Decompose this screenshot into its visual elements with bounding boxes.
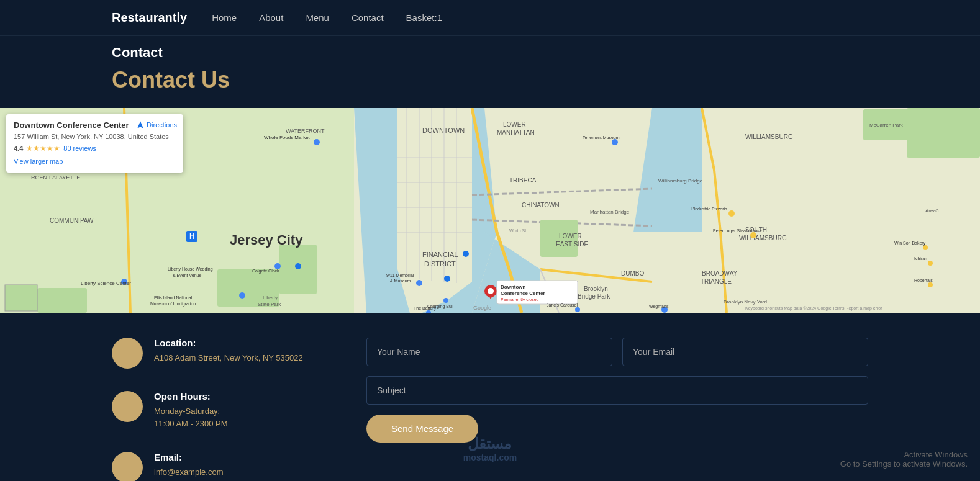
- hours-days: Monday-Saturday:: [154, 405, 228, 418]
- email-value: info@example.com: [154, 466, 223, 479]
- hours-icon: [112, 391, 143, 422]
- svg-text:Jersey City: Jersey City: [230, 232, 303, 248]
- svg-point-82: [923, 245, 928, 250]
- svg-text:MANHATTAN: MANHATTAN: [497, 129, 535, 136]
- svg-text:L'Industrie Pizzeria: L'Industrie Pizzeria: [691, 207, 727, 211]
- svg-text:Ellis Island National: Ellis Island National: [154, 295, 193, 300]
- svg-point-47: [295, 263, 301, 269]
- nav-brand[interactable]: Restaurantly: [112, 11, 187, 25]
- nav-menu[interactable]: Menu: [306, 12, 329, 23]
- name-input[interactable]: [366, 338, 612, 366]
- svg-point-57: [750, 232, 756, 238]
- navbar: Restaurantly Home About Menu Contact Bas…: [0, 0, 980, 36]
- view-larger-link[interactable]: View larger map: [14, 158, 63, 165]
- hours-time: 11:00 AM - 2300 PM: [154, 418, 228, 430]
- email-label: Email:: [154, 452, 223, 462]
- svg-text:Keyboard shortcuts  Map data ©: Keyboard shortcuts Map data ©2024 Google…: [745, 306, 882, 311]
- svg-text:EAST SIDE: EAST SIDE: [556, 241, 588, 248]
- svg-point-65: [575, 307, 580, 312]
- svg-text:Liberty House Wedding: Liberty House Wedding: [168, 267, 213, 272]
- location-text: Location: A108 Adam Street, New York, NY…: [154, 338, 303, 364]
- svg-point-45: [444, 276, 450, 282]
- svg-text:Bridge Park: Bridge Park: [578, 293, 610, 300]
- page-header: Contact Contact Us: [0, 36, 980, 108]
- bottom-section: Location: A108 Adam Street, New York, NY…: [0, 313, 980, 481]
- directions-link[interactable]: Directions: [136, 120, 177, 129]
- email-input[interactable]: [622, 338, 868, 366]
- svg-text:The Battery: The Battery: [414, 306, 437, 311]
- svg-text:Roberta's: Roberta's: [914, 278, 933, 282]
- nav-basket[interactable]: Basket:1: [406, 12, 442, 23]
- svg-point-50: [416, 280, 422, 286]
- location-item: Location: A108 Adam Street, New York, NY…: [112, 338, 329, 369]
- svg-text:LOWER: LOWER: [503, 121, 526, 128]
- hours-item: Open Hours: Monday-Saturday: 11:00 AM - …: [112, 391, 329, 429]
- svg-text:9/11 Memorial: 9/11 Memorial: [386, 273, 414, 277]
- svg-point-76: [239, 292, 245, 299]
- map-address: 157 William St, New York, NY 10038, Unit…: [14, 132, 176, 142]
- rating-score: 4.4: [14, 145, 23, 152]
- svg-text:Wegmans: Wegmans: [649, 304, 669, 309]
- svg-text:Peter Luger Steak House: Peter Luger Steak House: [713, 228, 762, 233]
- svg-text:FINANCIAL: FINANCIAL: [422, 251, 458, 258]
- contact-form-col: Send Message: [366, 338, 868, 443]
- svg-point-88: [928, 261, 933, 266]
- svg-text:WILLIAMSBURG: WILLIAMSBURG: [739, 235, 787, 241]
- svg-text:Colgate Clock: Colgate Clock: [252, 269, 279, 274]
- email-text: Email: info@example.com: [154, 452, 223, 479]
- map-section[interactable]: Jersey City DOWNTOWN FINANCIAL DISTRICT …: [0, 108, 980, 313]
- svg-text:McCarren Park: McCarren Park: [869, 122, 904, 128]
- svg-text:DUMBO: DUMBO: [621, 270, 644, 277]
- svg-text:DOWNTOWN: DOWNTOWN: [422, 127, 465, 134]
- svg-text:Whole Foods Market: Whole Foods Market: [264, 135, 311, 140]
- nav-links: Home About Menu Contact Basket:1: [212, 12, 442, 24]
- location-icon: [112, 338, 143, 369]
- svg-text:& Museum: & Museum: [390, 279, 411, 283]
- nav-about[interactable]: About: [259, 12, 283, 23]
- svg-text:RGEN-LAFAYETTE: RGEN-LAFAYETTE: [31, 174, 80, 181]
- svg-point-48: [314, 139, 320, 145]
- svg-point-86: [928, 282, 933, 287]
- svg-text:Conference Center: Conference Center: [501, 290, 545, 296]
- location-value: A108 Adam Street, New York, NY 535022: [154, 352, 303, 364]
- svg-text:Jane's Carousel: Jane's Carousel: [547, 303, 578, 307]
- svg-point-63: [443, 298, 448, 303]
- map-info-card: Downtown Conference Center Directions 15…: [6, 114, 183, 173]
- nav-home[interactable]: Home: [212, 12, 237, 23]
- rating-stars: ★★★★★: [26, 144, 60, 153]
- svg-text:Brooklyn: Brooklyn: [584, 285, 608, 292]
- svg-rect-10: [217, 269, 279, 307]
- page-title: Contact Us: [112, 67, 868, 93]
- svg-text:TRIBECA: TRIBECA: [509, 177, 537, 184]
- hours-label: Open Hours:: [154, 391, 228, 402]
- nav-contact[interactable]: Contact: [352, 12, 384, 23]
- email-icon: [112, 452, 143, 481]
- email-item: Email: info@example.com: [112, 452, 329, 481]
- svg-text:Downtown: Downtown: [501, 284, 526, 290]
- map-rating: 4.4 ★★★★★ 80 reviews: [14, 144, 176, 153]
- svg-text:Permanently closed: Permanently closed: [501, 297, 539, 302]
- send-message-button[interactable]: Send Message: [366, 415, 478, 443]
- hours-text: Open Hours: Monday-Saturday: 11:00 AM - …: [154, 391, 228, 429]
- svg-text:Tenement Museum: Tenement Museum: [583, 135, 620, 140]
- svg-text:Liberty Science Center: Liberty Science Center: [81, 281, 131, 286]
- svg-text:State Park: State Park: [258, 302, 281, 307]
- svg-rect-96: [5, 285, 37, 311]
- svg-point-40: [488, 288, 494, 294]
- svg-text:Museum of Immigration: Museum of Immigration: [150, 302, 196, 307]
- svg-text:WATERFRONT: WATERFRONT: [286, 128, 325, 134]
- svg-rect-9: [37, 288, 87, 313]
- contact-info-col: Location: A108 Adam Street, New York, NY…: [112, 338, 329, 481]
- svg-text:COMMUNIPAW: COMMUNIPAW: [50, 217, 94, 224]
- subject-input[interactable]: [366, 376, 868, 405]
- svg-text:Area5...: Area5...: [925, 208, 943, 214]
- svg-point-53: [612, 139, 618, 145]
- svg-text:Manhattan Bridge: Manhattan Bridge: [590, 209, 630, 215]
- location-label: Location:: [154, 338, 303, 348]
- svg-text:BROADWAY: BROADWAY: [702, 270, 738, 277]
- svg-text:WILLIAMSBURG: WILLIAMSBURG: [745, 133, 793, 140]
- svg-text:DISTRICT: DISTRICT: [424, 260, 456, 267]
- svg-text:Win Son Bakery: Win Son Bakery: [894, 241, 926, 246]
- reviews-count[interactable]: 80 reviews: [63, 145, 96, 152]
- svg-text:Williamsburg Bridge: Williamsburg Bridge: [658, 178, 703, 184]
